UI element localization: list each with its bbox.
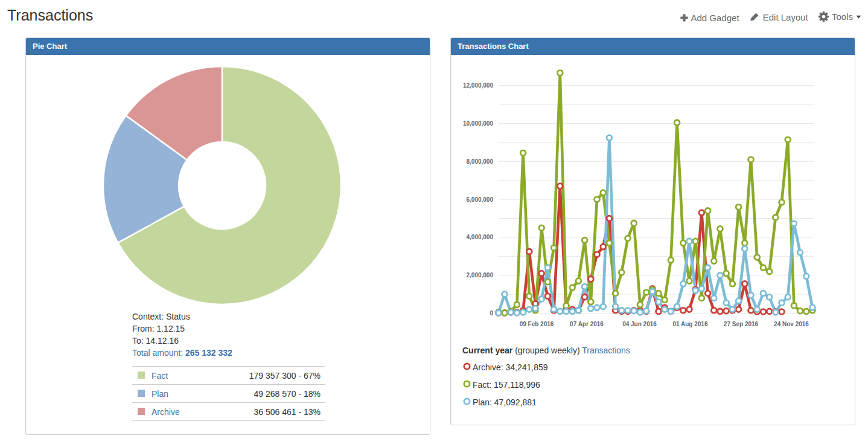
svg-text:07 Apr 2016: 07 Apr 2016	[570, 321, 604, 327]
svg-text:10,000,000: 10,000,000	[463, 120, 493, 127]
svg-text:01 Aug 2016: 01 Aug 2016	[673, 321, 708, 327]
svg-text:8,000,000: 8,000,000	[467, 158, 494, 165]
svg-text:6,000,000: 6,000,000	[467, 196, 494, 203]
svg-text:04 Jun 2016: 04 Jun 2016	[622, 321, 657, 327]
svg-text:27 Sep 2016: 27 Sep 2016	[724, 321, 759, 327]
svg-text:4,000,000: 4,000,000	[467, 234, 494, 240]
svg-text:2,000,000: 2,000,000	[467, 272, 494, 278]
svg-text:12,000,000: 12,000,000	[463, 82, 493, 89]
svg-text:09 Feb 2016: 09 Feb 2016	[520, 321, 554, 327]
svg-text:24 Nov 2016: 24 Nov 2016	[774, 321, 809, 327]
svg-text:0: 0	[490, 310, 493, 317]
